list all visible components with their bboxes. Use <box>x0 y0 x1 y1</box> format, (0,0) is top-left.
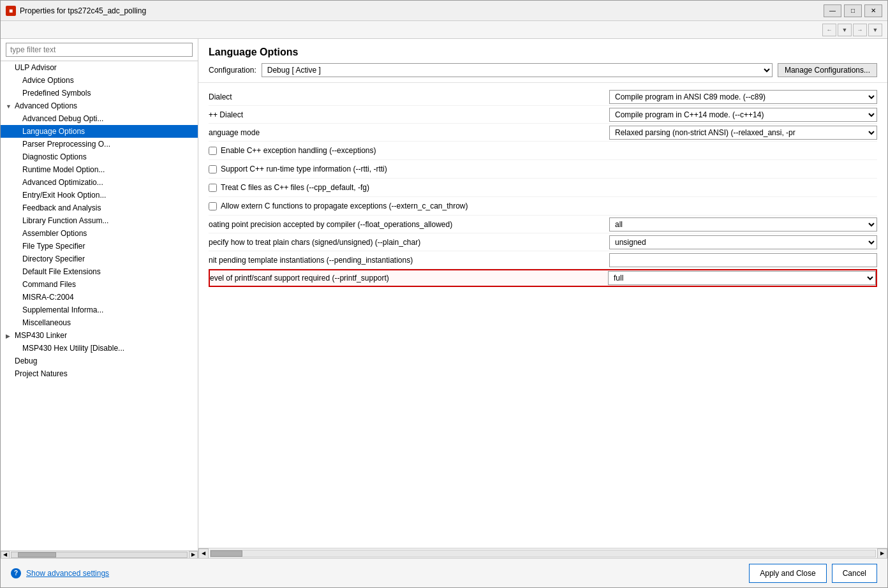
control-language-mode: Relaxed parsing (non-strict ANSI) (--rel… <box>609 126 877 140</box>
sidebar-item-advanced-debug-options[interactable]: Advanced Debug Opti... <box>1 112 198 125</box>
config-label: Configuration: <box>209 66 256 75</box>
sidebar-item-runtime-model-options[interactable]: Runtime Model Option... <box>1 163 198 176</box>
sidebar-item-label: Library Function Assum... <box>22 216 108 225</box>
panel-header: Language Options Configuration: Debug [ … <box>198 39 887 83</box>
sidebar-item-ulp-advisor[interactable]: ULP Advisor <box>1 61 198 74</box>
label-float-ops: oating point precision accepted by compi… <box>209 217 609 232</box>
select-dialect[interactable]: Compile program in ANSI C89 mode. (--c89… <box>609 90 877 104</box>
sidebar-item-advanced-options[interactable]: ▼Advanced Options <box>1 99 198 112</box>
panel-hscroll-bar: ◀ ▶ <box>198 548 887 558</box>
sidebar-item-label: Debug <box>15 356 37 365</box>
minimize-button[interactable]: — <box>824 4 841 17</box>
label-dialect: Dialect <box>209 90 609 104</box>
sidebar-item-diagnostic-options[interactable]: Diagnostic Options <box>1 151 198 163</box>
settings-table: Dialect Compile program in ANSI C89 mode… <box>209 88 877 287</box>
sidebar-item-debug[interactable]: Debug <box>1 355 198 367</box>
back-button[interactable]: ← <box>822 24 836 36</box>
sidebar-item-entry-exit-hook[interactable]: Entry/Exit Hook Option... <box>1 189 198 202</box>
sidebar-item-feedback-and-analysis[interactable]: Feedback and Analysis <box>1 202 198 214</box>
select-language-mode[interactable]: Relaxed parsing (non-strict ANSI) (--rel… <box>609 126 877 140</box>
sidebar-item-label: Entry/Exit Hook Option... <box>22 191 106 200</box>
sidebar-item-label: Project Natures <box>15 369 68 378</box>
sidebar-item-label: Diagnostic Options <box>22 152 87 161</box>
back-dropdown[interactable]: ▼ <box>838 24 852 36</box>
setting-row-pending-instantiations: nit pending template instantiations (--p… <box>209 251 877 269</box>
main-panel: Language Options Configuration: Debug [ … <box>198 39 887 558</box>
sidebar-item-file-type-specifier[interactable]: File Type Specifier <box>1 240 198 253</box>
sidebar-item-label: Predefined Symbols <box>22 89 91 98</box>
cancel-button[interactable]: Cancel <box>832 564 877 583</box>
sidebar-item-label: Supplemental Informa... <box>22 305 103 314</box>
sidebar-item-directory-specifier[interactable]: Directory Specifier <box>1 253 198 265</box>
panel-hscroll-right[interactable]: ▶ <box>877 548 887 559</box>
filter-input[interactable] <box>6 43 193 57</box>
hscroll-thumb <box>18 552 56 557</box>
select-plain-char[interactable]: unsignedsigneddefault <box>609 235 877 249</box>
properties-dialog: ■ Properties for tps272c45_adc_polling —… <box>0 0 888 588</box>
show-advanced-link[interactable]: Show advanced settings <box>26 569 109 578</box>
forward-button[interactable]: → <box>853 24 867 36</box>
sidebar-item-label: Feedback and Analysis <box>22 203 101 212</box>
sidebar-item-library-function-assum[interactable]: Library Function Assum... <box>1 214 198 227</box>
checkbox-cpp-exception[interactable] <box>209 147 217 155</box>
hscroll-left[interactable]: ◀ <box>1 551 10 559</box>
sidebar-item-msp430-linker[interactable]: ▶MSP430 Linker <box>1 329 198 342</box>
hscroll-track[interactable] <box>11 552 188 558</box>
sidebar-item-assembler-options[interactable]: Assembler Options <box>1 227 198 240</box>
help-icon[interactable]: ? <box>11 568 21 578</box>
select-float-ops[interactable]: allfloatdoublenone <box>609 217 877 232</box>
panel-hscroll-left[interactable]: ◀ <box>198 548 209 559</box>
sidebar-item-advice-options[interactable]: Advice Options <box>1 74 198 87</box>
sidebar-item-project-natures[interactable]: Project Natures <box>1 367 198 380</box>
checkbox-extern-c-throw[interactable] <box>209 202 217 210</box>
select-printf-support[interactable]: fullminimalnofloat <box>608 271 876 285</box>
setting-row-cpp-rtti: Support C++ run-time type information (-… <box>209 160 877 179</box>
control-dialect: Compile program in ANSI C89 mode. (--c89… <box>609 90 877 104</box>
setting-row-float-ops: oating point precision accepted by compi… <box>209 216 877 233</box>
maximize-button[interactable]: □ <box>844 4 862 17</box>
setting-row-printf-support: evel of printf/scanf support required (-… <box>209 269 877 287</box>
panel-hscroll-track[interactable] <box>210 550 876 557</box>
label-pending-instantiations: nit pending template instantiations (--p… <box>209 253 609 267</box>
setting-row-language-mode: anguage mode Relaxed parsing (non-strict… <box>209 124 877 142</box>
manage-configurations-button[interactable]: Manage Configurations... <box>778 63 877 77</box>
checkbox-cpp-rtti[interactable] <box>209 165 217 173</box>
window-controls: — □ ✕ <box>824 4 882 17</box>
sidebar-item-label: Runtime Model Option... <box>22 165 105 174</box>
tree-area: ULP AdvisorAdvice OptionsPredefined Symb… <box>1 61 198 550</box>
config-select[interactable]: Debug [ Active ] <box>262 63 773 77</box>
sidebar-item-msp430-hex-utility[interactable]: MSP430 Hex Utility [Disable... <box>1 342 198 355</box>
sidebar-item-misra-c-2004[interactable]: MISRA-C:2004 <box>1 291 198 304</box>
input-pending-instantiations[interactable] <box>609 253 877 267</box>
sidebar-item-miscellaneous[interactable]: Miscellaneous <box>1 316 198 329</box>
sidebar-item-label: Miscellaneous <box>22 318 71 327</box>
sidebar-item-advanced-optimizations[interactable]: Advanced Optimizatio... <box>1 176 198 189</box>
sidebar-item-default-file-extensions[interactable]: Default File Extensions <box>1 265 198 278</box>
hscroll-right[interactable]: ▶ <box>189 551 198 559</box>
sidebar-item-label: Parser Preprocessing O... <box>22 140 110 149</box>
close-button[interactable]: ✕ <box>864 4 882 17</box>
sidebar-item-language-options[interactable]: Language Options <box>1 125 198 138</box>
setting-row-plain-char: pecify how to treat plain chars (signed/… <box>209 233 877 251</box>
checkbox-cpp-default[interactable] <box>209 184 217 192</box>
checkbox-label-extern-c-throw: Allow extern C functions to propagate ex… <box>221 202 468 210</box>
sidebar-item-label: Advice Options <box>22 76 74 85</box>
bottom-buttons: Apply and Close Cancel <box>749 564 877 583</box>
filter-wrap <box>1 39 198 61</box>
sidebar-item-command-files[interactable]: Command Files <box>1 278 198 291</box>
toolbar: ← ▼ → ▼ <box>1 21 887 39</box>
forward-dropdown[interactable]: ▼ <box>868 24 882 36</box>
checkbox-label-cpp-rtti: Support C++ run-time type information (-… <box>221 165 387 173</box>
apply-and-close-button[interactable]: Apply and Close <box>749 564 826 583</box>
sidebar-item-label: ULP Advisor <box>15 63 57 72</box>
label-language-mode: anguage mode <box>209 126 609 140</box>
label-cpp-dialect: ++ Dialect <box>209 108 609 122</box>
checkbox-label-cpp-default: Treat C files as C++ files (--cpp_defaul… <box>221 183 369 192</box>
sidebar-item-supplemental-informal[interactable]: Supplemental Informa... <box>1 304 198 316</box>
setting-row-cpp-dialect: ++ Dialect Compile program in C++14 mode… <box>209 106 877 124</box>
checkbox-label-cpp-exception: Enable C++ exception handling (--excepti… <box>221 146 376 155</box>
select-cpp-dialect[interactable]: Compile program in C++14 mode. (--c++14)… <box>609 108 877 122</box>
expander-icon: ▼ <box>6 103 13 110</box>
sidebar-item-parser-preprocessing[interactable]: Parser Preprocessing O... <box>1 138 198 151</box>
sidebar-item-predefined-symbols[interactable]: Predefined Symbols <box>1 87 198 99</box>
